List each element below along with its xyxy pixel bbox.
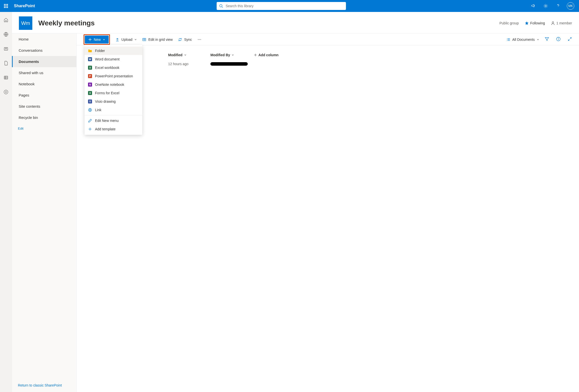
chevron-down-icon — [184, 54, 187, 56]
new-button[interactable]: New — [85, 36, 109, 44]
menu-visio[interactable]: VVisio drawing — [84, 97, 142, 106]
megaphone-button[interactable] — [528, 0, 539, 12]
svg-point-14 — [552, 22, 554, 23]
plus-icon — [254, 54, 257, 57]
rail-lists[interactable] — [1, 73, 11, 82]
filter-button[interactable] — [545, 37, 549, 42]
svg-point-31 — [558, 38, 558, 38]
sync-icon — [178, 38, 182, 42]
chevron-down-icon — [231, 54, 234, 56]
site-logo[interactable]: Wm — [19, 16, 32, 30]
follow-button[interactable]: Following — [525, 21, 545, 25]
site-header: Wm Weekly meetings Public group Followin… — [12, 12, 579, 34]
onenote-icon: N — [88, 82, 92, 86]
view-selector[interactable]: All Documents — [507, 38, 539, 42]
news-icon — [3, 46, 8, 51]
pencil-icon — [88, 119, 92, 123]
word-icon: W — [88, 57, 92, 61]
plus-circle-icon — [3, 89, 8, 94]
search-box[interactable] — [217, 2, 346, 10]
chevron-down-icon — [537, 38, 539, 41]
plus-icon — [88, 38, 92, 41]
members-button[interactable]: 1 member — [551, 21, 572, 25]
more-button[interactable] — [198, 38, 202, 42]
expand-button[interactable] — [568, 37, 572, 42]
left-nav: Home Conversations Documents Shared with… — [12, 34, 76, 392]
rail-files[interactable] — [1, 58, 11, 68]
svg-line-1 — [222, 7, 223, 8]
menu-excel[interactable]: XExcel workbook — [84, 64, 142, 72]
person-icon — [551, 21, 555, 25]
search-icon — [219, 4, 223, 8]
nav-notebook[interactable]: Notebook — [12, 78, 76, 89]
powerpoint-icon: P — [88, 74, 92, 78]
menu-forms[interactable]: XForms for Excel — [84, 89, 142, 97]
file-icon — [3, 61, 8, 66]
table-row[interactable]: 12 hours ago — [83, 60, 572, 68]
nav-documents[interactable]: Documents — [12, 56, 76, 67]
menu-edit-new[interactable]: Edit New menu — [84, 116, 142, 125]
menu-folder[interactable]: Folder — [84, 47, 142, 55]
waffle-icon — [4, 4, 8, 8]
forms-icon: X — [88, 91, 92, 95]
col-modified[interactable]: Modified — [168, 53, 211, 57]
chevron-down-icon — [134, 38, 137, 41]
rail-globe[interactable] — [1, 29, 11, 39]
plus-icon — [88, 127, 92, 131]
new-highlight: New — [83, 34, 110, 45]
settings-button[interactable] — [540, 0, 551, 12]
nav-pages[interactable]: Pages — [12, 89, 76, 101]
star-icon — [525, 21, 529, 25]
search-input[interactable] — [225, 4, 344, 8]
help-button[interactable] — [553, 0, 564, 12]
return-classic-link[interactable]: Return to classic SharePoint — [12, 379, 76, 392]
nav-shared[interactable]: Shared with us — [12, 67, 76, 78]
svg-point-22 — [200, 39, 201, 40]
filter-icon — [545, 37, 549, 41]
more-icon — [198, 38, 202, 42]
globe-icon — [88, 108, 92, 112]
info-button[interactable] — [556, 37, 561, 42]
svg-rect-7 — [4, 76, 8, 79]
sync-button[interactable]: Sync — [178, 38, 192, 42]
menu-link[interactable]: Link — [84, 106, 142, 114]
site-title: Weekly meetings — [38, 19, 500, 27]
rail-create[interactable] — [1, 87, 11, 97]
rail-news[interactable] — [1, 44, 11, 54]
avatar: MK — [567, 2, 574, 10]
col-modified-by[interactable]: Modified By — [211, 53, 254, 57]
nav-conversations[interactable]: Conversations — [12, 45, 76, 56]
app-name[interactable]: SharePoint — [12, 4, 35, 8]
menu-powerpoint[interactable]: PPowerPoint presentation — [84, 72, 142, 80]
nav-edit[interactable]: Edit — [12, 123, 76, 134]
globe-icon — [3, 32, 8, 37]
visibility-label: Public group — [500, 21, 519, 25]
nav-recycle-bin[interactable]: Recycle bin — [12, 112, 76, 123]
megaphone-icon — [531, 3, 536, 8]
list-icon — [3, 75, 8, 80]
help-icon — [556, 3, 561, 8]
menu-onenote[interactable]: NOneNote notebook — [84, 80, 142, 89]
chevron-down-icon — [103, 38, 105, 41]
nav-site-contents[interactable]: Site contents — [12, 101, 76, 112]
upload-button[interactable]: Upload — [115, 38, 137, 42]
folder-icon — [88, 49, 92, 53]
visio-icon: V — [88, 99, 92, 103]
grid-icon — [142, 38, 146, 42]
home-icon — [3, 17, 8, 22]
menu-add-template[interactable]: Add template — [84, 125, 142, 133]
column-headers: Modified Modified By Add column — [83, 51, 572, 60]
grid-button[interactable]: Edit in grid view — [142, 38, 173, 42]
svg-point-0 — [219, 4, 222, 7]
menu-word[interactable]: WWord document — [84, 55, 142, 64]
list-view-icon — [507, 38, 510, 42]
app-rail — [0, 12, 12, 392]
app-launcher[interactable] — [0, 0, 12, 12]
rail-home[interactable] — [1, 15, 11, 25]
nav-home[interactable]: Home — [12, 34, 76, 45]
add-column[interactable]: Add column — [254, 53, 279, 57]
document-library: Modified Modified By Add column 12 hours… — [76, 46, 579, 73]
info-icon — [556, 37, 561, 41]
svg-point-21 — [199, 39, 200, 40]
account-button[interactable]: MK — [565, 0, 576, 12]
